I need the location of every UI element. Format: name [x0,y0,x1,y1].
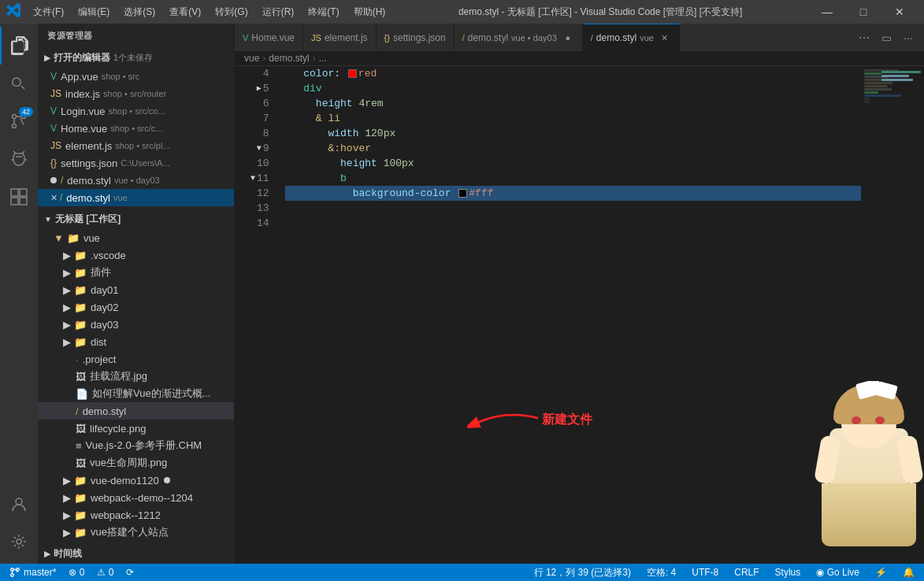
workspace-header[interactable]: ▼ 无标题 [工作区] [38,209,234,229]
menu-select[interactable]: 选择(S) [117,4,161,20]
encoding[interactable]: UTF-8 [688,567,722,578]
tab-demo-styl-day03[interactable]: / demo.styl vue • day03 ● [455,24,583,51]
menu-help[interactable]: 帮助(H) [347,4,392,20]
activity-extensions[interactable] [0,178,38,216]
open-editor-demo-styl-vue[interactable]: ✕ / demo.styl vue [38,189,234,206]
activity-git[interactable]: 42 [0,102,38,140]
activity-debug[interactable] [0,140,38,178]
menu-file[interactable]: 文件(F) [27,4,70,20]
open-editor-settings-json[interactable]: {} settings.json C:\Users\A... [38,154,234,172]
open-editors-header[interactable]: ▶ 打开的编辑器 1个未保存 [38,48,234,68]
json-icon: {} [50,157,57,168]
git-badge: 42 [19,107,33,117]
open-editor-home-vue[interactable]: V Home.vue shop • src/c... [38,120,234,137]
code-editor: 4 ▶ 5 6 7 8 ▼ 9 [235,66,924,564]
indentation[interactable]: 空格: 4 [644,566,679,579]
open-editor-index-js[interactable]: JS index.js shop • src/router [38,85,234,102]
errors-status[interactable]: ⊗ 0 [65,567,87,578]
tab-sublabel: vue • day03 [511,33,557,43]
cursor-position[interactable]: 行 12，列 39 (已选择3) [531,566,634,579]
menu-goto[interactable]: 转到(G) [209,4,254,20]
folder-icon: 📁 [74,284,87,296]
notifications-btn[interactable]: 🔔 [900,567,918,578]
file-vue-intro[interactable]: 📄 如何理解Vue的渐进式概... [38,385,234,402]
folder-vue[interactable]: ▼ 📁 vue [38,229,234,246]
folder-icon: 📁 [74,509,87,521]
file-lifecycle-png2[interactable]: 🖼 vue生命周期.png [38,454,234,472]
code-content[interactable]: color: red div height 4rem & li widt [285,66,861,564]
folder-webpack-1212[interactable]: ▶ 📁 webpack--1212 [38,506,234,524]
menu-terminal[interactable]: 终端(T) [302,4,345,20]
styl-tab-icon: / [462,33,465,43]
more-actions-btn[interactable]: ··· [899,28,918,47]
toggle-panel-btn[interactable]: ▭ [877,28,896,47]
close-button[interactable]: ✕ [881,0,918,24]
minimap [861,66,924,564]
sidebar-title: 资源管理器 [38,24,234,48]
folder-day01[interactable]: ▶ 📁 day01 [38,281,234,298]
code-line-9: &:hover [285,141,861,156]
open-editor-element-js[interactable]: JS element.js shop • src/pl... [38,137,234,154]
color-swatch-red [348,69,357,78]
tab-demo-styl-vue[interactable]: / demo.styl vue ✕ [583,24,680,51]
maximize-button[interactable]: □ [845,0,881,24]
close-icon[interactable]: ✕ [50,193,58,203]
open-editor-demo-styl-day03[interactable]: / demo.styl vue • day03 [38,172,234,189]
collapse-arrow-5[interactable]: ▶ [257,81,262,96]
menu-view[interactable]: 查看(V) [163,4,207,20]
go-live-label: ◉ Go Live [816,567,859,578]
go-live-btn[interactable]: ◉ Go Live [813,567,863,578]
git-branch-status[interactable]: master* [6,567,59,578]
file-vue-chm[interactable]: ≡ Vue.js-2.0-参考手册.CHM [38,437,234,454]
collapse-arrow-11[interactable]: ▼ [250,171,255,186]
breadcrumb-file[interactable]: demo.styl [269,53,309,64]
folder-vscode[interactable]: ▶ 📁 .vscode [38,246,234,264]
folder-arrow: ▶ [63,267,71,279]
tab-element-js[interactable]: JS element.js [303,24,377,51]
folder-day02[interactable]: ▶ 📁 day02 [38,298,234,316]
file-demo-styl[interactable]: / demo.styl [38,402,234,420]
folder-plugins[interactable]: ▶ 📁 插件 [38,264,234,281]
open-editor-login-vue[interactable]: V Login.vue shop • src/co... [38,102,234,120]
breadcrumb-ellipsis[interactable]: ... [319,53,327,64]
window-title: demo.styl - 无标题 [工作区] - Visual Studio Co… [391,6,809,19]
collapse-arrow-9[interactable]: ▼ [257,141,262,156]
file-project[interactable]: · .project [38,350,234,368]
open-editor-app-vue[interactable]: V App.vue shop • src [38,68,234,85]
folder-webpack-demo-1204[interactable]: ▶ 📁 webpack--demo--1204 [38,489,234,506]
line-ending[interactable]: CRLF [731,567,762,578]
file-mount-jpg[interactable]: 🖼 挂载流程.jpg [38,368,234,385]
folder-vue-site[interactable]: ▶ 📁 vue搭建个人站点 [38,524,234,541]
menu-edit[interactable]: 编辑(E) [72,4,116,20]
tab-home-vue[interactable]: V Home.vue [235,24,303,51]
activity-settings[interactable] [0,523,38,561]
sync-status[interactable]: ⟳ [123,567,137,578]
tab-close-btn[interactable]: ● [562,31,574,44]
breadcrumb-vue[interactable]: vue [244,53,259,64]
language-mode[interactable]: Stylus [772,567,804,578]
warnings-status[interactable]: ⚠ 0 [94,567,117,578]
tab-settings-json[interactable]: {} settings.json [377,24,455,51]
activity-account[interactable] [0,485,38,523]
timeline-arrow: ▶ [44,550,50,558]
timeline-header[interactable]: ▶ 时间线 [38,544,234,564]
split-editor-btn[interactable]: ⋯ [855,28,874,47]
file-lifecycle-png[interactable]: 🖼 lifecycle.png [38,420,234,437]
folder-dist[interactable]: ▶ 📁 dist [38,333,234,350]
tab-close-btn[interactable]: ✕ [659,31,671,44]
folder-vue-demo1120[interactable]: ▶ 📁 vue-demo1120 [38,472,234,489]
file-name: demo.styl [66,192,110,204]
activity-explorer[interactable] [0,27,38,65]
menu-run[interactable]: 运行(R) [256,4,301,20]
remote-btn[interactable]: ⚡ [872,567,890,578]
line-num-8: 8 [250,126,276,141]
minimize-button[interactable]: — [809,0,845,24]
folder-name: .vscode [91,250,126,261]
folder-day03[interactable]: ▶ 📁 day03 [38,316,234,333]
title-bar: 文件(F) 编辑(E) 选择(S) 查看(V) 转到(G) 运行(R) 终端(T… [0,0,924,24]
folder-arrow: ▶ [63,527,71,538]
svg-point-0 [13,124,17,128]
spaces-label: 空格: 4 [647,566,676,579]
activity-search[interactable] [0,65,38,102]
svg-rect-6 [20,198,27,205]
